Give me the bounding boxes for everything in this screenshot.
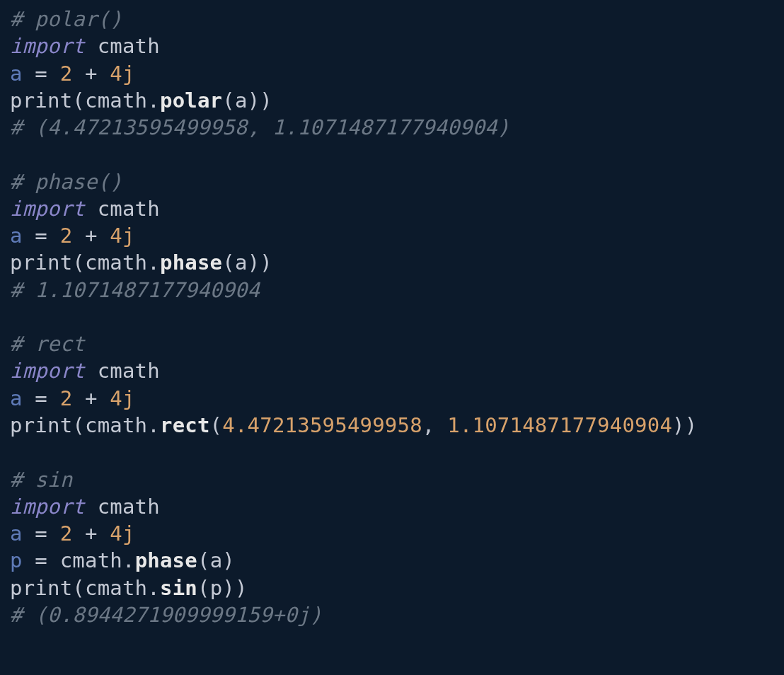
operator-equals: = xyxy=(23,62,60,86)
method-sin: sin xyxy=(160,576,197,600)
number-literal: 2 xyxy=(60,386,73,410)
keyword-import: import xyxy=(10,34,85,58)
operator-plus: + xyxy=(72,386,110,410)
operator-equals: = xyxy=(23,521,60,546)
paren-open: ( xyxy=(72,88,85,112)
module-ref: cmath xyxy=(85,250,147,275)
code-block-phase: # phase() import cmath a = 2 + 4j print(… xyxy=(10,170,272,302)
module-ref: cmath xyxy=(85,413,147,437)
keyword-import: import xyxy=(10,197,85,221)
number-literal: 2 xyxy=(60,521,73,546)
operator-plus: + xyxy=(72,521,110,546)
dot: . xyxy=(122,548,135,572)
paren-open: ( xyxy=(72,576,85,600)
dot: . xyxy=(147,413,160,437)
paren-close: ) xyxy=(222,548,235,572)
arg-a: a xyxy=(235,88,248,112)
method-polar: polar xyxy=(160,88,222,112)
comment-output: # 1.1071487177940904 xyxy=(10,278,260,302)
arg-a: a xyxy=(235,250,248,275)
paren-close: ) xyxy=(248,250,260,275)
comment-line: # sin xyxy=(10,468,72,492)
paren-open: ( xyxy=(72,250,85,275)
code-block-sin: # sin import cmath a = 2 + 4j p = cmath.… xyxy=(10,468,323,627)
builtin-print: print xyxy=(10,576,72,600)
paren-close: ) xyxy=(222,576,235,600)
dot: . xyxy=(147,576,160,600)
paren-open: ( xyxy=(222,88,235,112)
comma: , xyxy=(422,413,447,437)
comment-output: # (4.47213595499958, 1.1071487177940904) xyxy=(10,115,509,139)
module-name: cmath xyxy=(98,34,160,58)
paren-close: ) xyxy=(260,250,272,275)
dot: . xyxy=(147,88,160,112)
module-ref: cmath xyxy=(85,576,147,600)
paren-close: ) xyxy=(260,88,272,112)
number-literal: 1.1071487177940904 xyxy=(447,413,672,437)
comment-line: # phase() xyxy=(10,170,122,194)
method-phase: phase xyxy=(135,548,197,572)
variable-name: a xyxy=(10,62,23,86)
module-name: cmath xyxy=(98,359,160,383)
paren-close: ) xyxy=(248,88,260,112)
number-literal: 4j xyxy=(110,62,134,86)
variable-name: p xyxy=(10,548,23,572)
code-block-rect: # rect import cmath a = 2 + 4j print(cma… xyxy=(10,332,697,437)
operator-equals: = xyxy=(23,386,60,410)
module-ref: cmath xyxy=(60,548,122,572)
code-block-polar: # polar() import cmath a = 2 + 4j print(… xyxy=(10,7,509,139)
number-literal: 4j xyxy=(110,386,134,410)
paren-open: ( xyxy=(72,413,85,437)
arg-p: p xyxy=(210,576,223,600)
operator-plus: + xyxy=(72,62,110,86)
paren-close: ) xyxy=(672,413,685,437)
operator-plus: + xyxy=(72,224,110,248)
module-ref: cmath xyxy=(85,88,147,112)
comment-line: # polar() xyxy=(10,7,122,31)
module-name: cmath xyxy=(98,495,160,519)
keyword-import: import xyxy=(10,359,85,383)
paren-open: ( xyxy=(222,250,235,275)
comment-line: # rect xyxy=(10,332,85,356)
paren-open: ( xyxy=(210,413,223,437)
builtin-print: print xyxy=(10,88,72,112)
arg-a: a xyxy=(210,548,223,572)
method-rect: rect xyxy=(160,413,210,437)
paren-close: ) xyxy=(685,413,698,437)
builtin-print: print xyxy=(10,413,72,437)
variable-name: a xyxy=(10,386,23,410)
dot: . xyxy=(147,250,160,275)
paren-close: ) xyxy=(235,576,248,600)
operator-equals: = xyxy=(23,224,60,248)
variable-name: a xyxy=(10,224,23,248)
paren-open: ( xyxy=(197,576,210,600)
paren-open: ( xyxy=(197,548,210,572)
variable-name: a xyxy=(10,521,23,546)
module-name: cmath xyxy=(98,197,160,221)
number-literal: 4j xyxy=(110,224,134,248)
number-literal: 2 xyxy=(60,224,73,248)
number-literal: 2 xyxy=(60,62,73,86)
number-literal: 4.47213595499958 xyxy=(222,413,422,437)
number-literal: 4j xyxy=(110,521,134,546)
comment-output: # (0.8944271909999159+0j) xyxy=(10,603,323,627)
code-editor: # polar() import cmath a = 2 + 4j print(… xyxy=(0,0,784,634)
method-phase: phase xyxy=(160,250,222,275)
operator-equals: = xyxy=(23,548,60,572)
builtin-print: print xyxy=(10,250,72,275)
keyword-import: import xyxy=(10,495,85,519)
